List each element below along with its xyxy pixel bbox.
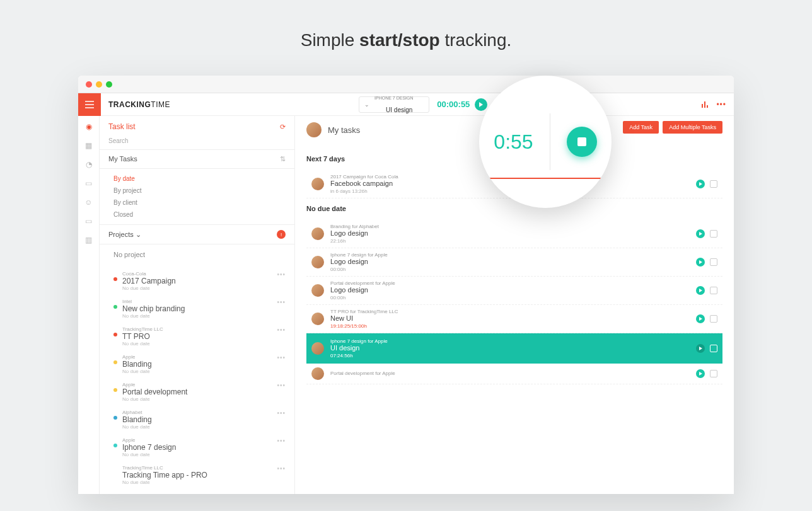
task-play-button[interactable] — [696, 369, 705, 378]
rail-dashboard-icon[interactable]: ▦ — [84, 141, 93, 150]
rail-doc-icon[interactable]: ▭ — [84, 217, 93, 226]
task-meta: 19:18:25/15:00h — [330, 323, 690, 329]
task-row[interactable]: TT PRO for TrackingTime LLCNew UI19:18:2… — [306, 305, 722, 333]
rail-user-icon[interactable]: ☺ — [84, 198, 93, 207]
sidebar-projects-header[interactable]: Projects ⌄ ! — [100, 225, 294, 244]
no-project-item[interactable]: No project — [100, 244, 294, 265]
task-row[interactable]: Portal development for AppleLogo design0… — [306, 277, 722, 305]
task-checkbox[interactable] — [710, 287, 717, 294]
filter-icon[interactable]: ⇅ — [280, 155, 286, 163]
task-checkbox[interactable] — [710, 258, 717, 266]
zoom-callout: 0:55 — [479, 76, 612, 208]
project-due: No due date — [122, 285, 176, 291]
project-due: No due date — [122, 479, 207, 485]
project-item[interactable]: Coca-Cola2017 CampaignNo due date••• — [100, 267, 294, 295]
window-title-bar — [78, 76, 734, 93]
project-more-icon[interactable]: ••• — [277, 437, 286, 444]
project-name: New chip branding — [122, 304, 185, 313]
task-name: UI design — [330, 344, 690, 352]
task-checkbox[interactable] — [710, 370, 717, 377]
task-play-button[interactable] — [696, 180, 705, 188]
project-client: Coca-Cola — [122, 271, 176, 277]
task-play-button[interactable] — [696, 314, 705, 323]
add-multiple-tasks-button[interactable]: Add Multiple Tasks — [663, 121, 722, 134]
sidebar-filters: By dateBy projectBy clientClosed — [100, 169, 294, 225]
task-row[interactable]: Iphone 7 design for AppleLogo design00:0… — [306, 248, 722, 277]
task-play-button[interactable] — [696, 258, 705, 267]
sidebar: Task list ⟳ Search My Tasks ⇅ By dateBy … — [100, 116, 295, 494]
project-item[interactable]: AppleBlandingNo due date••• — [100, 350, 294, 378]
task-checkbox[interactable] — [710, 230, 717, 238]
project-more-icon[interactable]: ••• — [277, 271, 286, 278]
rail-reports-icon[interactable]: ▥ — [84, 236, 93, 244]
project-more-icon[interactable]: ••• — [277, 354, 286, 361]
project-item[interactable]: AlphabetBlandingNo due date••• — [100, 406, 294, 433]
task-client: Portal development for Apple — [330, 370, 690, 376]
add-task-button[interactable]: Add Task — [623, 121, 659, 134]
project-more-icon[interactable]: ••• — [277, 299, 286, 306]
project-color-dot — [113, 360, 117, 364]
stop-button[interactable] — [567, 127, 597, 157]
project-name: Iphone 7 design — [122, 443, 176, 452]
project-more-icon[interactable]: ••• — [277, 382, 286, 389]
project-due: No due date — [122, 369, 152, 374]
task-play-button[interactable] — [696, 286, 705, 295]
sidebar-my-tasks[interactable]: My Tasks ⇅ — [100, 150, 294, 169]
task-avatar — [311, 367, 324, 380]
project-item[interactable]: AppleIphone 7 designNo due date••• — [100, 433, 294, 461]
project-item[interactable]: TrackingTime LLCTT PRONo due date••• — [100, 323, 294, 350]
rail-calendar-icon[interactable]: ▭ — [84, 179, 93, 188]
sidebar-filter-item[interactable]: By client — [113, 197, 286, 209]
menu-button[interactable] — [78, 93, 101, 116]
project-more-icon[interactable]: ••• — [277, 465, 286, 472]
project-more-icon[interactable]: ••• — [277, 493, 286, 494]
current-task-name: UI design — [374, 100, 424, 113]
project-name: 2017 Campaign — [122, 277, 176, 285]
rail-clock-icon[interactable]: ◔ — [84, 160, 93, 169]
project-item[interactable]: TrackingTime LLCTrackingTime integration… — [100, 489, 294, 494]
main-title: My tasks — [328, 125, 360, 135]
window-zoom-icon[interactable] — [106, 81, 112, 88]
search-input[interactable]: Search — [100, 135, 294, 150]
project-item[interactable]: TrackingTime LLCTracking Time app - PRON… — [100, 461, 294, 489]
more-icon[interactable]: ••• — [716, 100, 726, 109]
task-avatar — [311, 284, 324, 297]
rail-timer-icon[interactable]: ◉ — [84, 122, 93, 131]
task-checkbox[interactable] — [710, 180, 717, 188]
project-item[interactable]: ApplePortal developmentNo due date••• — [100, 378, 294, 406]
project-color-dot — [113, 277, 117, 281]
window-close-icon[interactable] — [86, 81, 92, 88]
timer-play-button[interactable] — [475, 98, 487, 111]
user-avatar — [306, 122, 322, 137]
task-row[interactable]: Iphone 7 design for AppleUI design07:24:… — [306, 333, 722, 364]
sidebar-filter-item[interactable]: By project — [113, 185, 286, 197]
sidebar-filter-item[interactable]: Closed — [113, 209, 286, 221]
task-checkbox[interactable] — [710, 315, 717, 323]
project-more-icon[interactable]: ••• — [277, 410, 286, 416]
project-name: Blanding — [122, 415, 152, 424]
project-color-dot — [113, 388, 117, 392]
task-meta: 00:00h — [330, 267, 690, 272]
project-item[interactable]: IntelNew chip brandingNo due date••• — [100, 295, 294, 323]
refresh-icon[interactable]: ⟳ — [280, 123, 286, 131]
task-name: Logo design — [330, 258, 690, 265]
task-name: Logo design — [330, 229, 690, 237]
current-task-selector[interactable]: ⌄ IPHONE 7 DESIGN UI design — [359, 96, 429, 113]
task-client: Branding for Alphabet — [330, 224, 690, 229]
project-more-icon[interactable]: ••• — [277, 326, 286, 333]
sidebar-task-list-header: Task list ⟳ — [100, 116, 294, 135]
task-checkbox[interactable] — [710, 345, 717, 352]
task-play-button[interactable] — [696, 344, 705, 353]
reports-icon[interactable] — [701, 100, 710, 109]
sidebar-filter-item[interactable]: By date — [113, 173, 286, 185]
task-row[interactable]: Branding for AlphabetLogo design22:16h — [306, 220, 722, 248]
task-play-button[interactable] — [696, 229, 705, 238]
app-window: TRACKINGTIME ⌄ IPHONE 7 DESIGN UI design… — [78, 76, 734, 494]
project-name: Portal development — [122, 388, 187, 396]
project-due: No due date — [122, 424, 152, 430]
project-due: No due date — [122, 341, 163, 347]
icon-rail: ◉ ▦ ◔ ▭ ☺ ▭ ▥ — [78, 116, 100, 494]
window-minimize-icon[interactable] — [96, 81, 102, 88]
zoom-timer: 0:55 — [494, 130, 533, 154]
task-row[interactable]: Portal development for Apple — [306, 364, 722, 384]
